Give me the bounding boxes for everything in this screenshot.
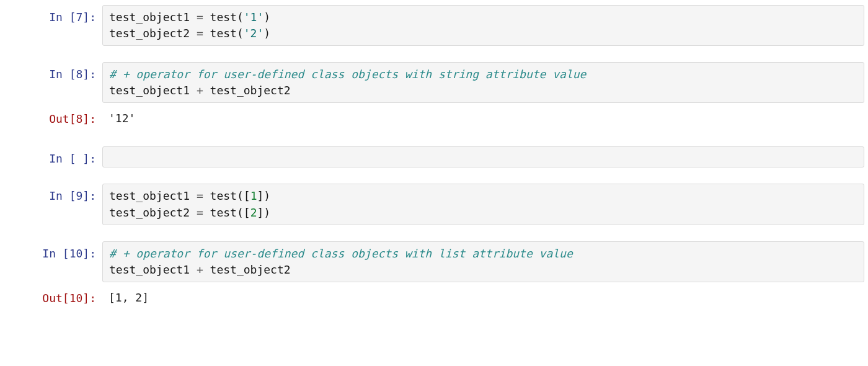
output-text: [1, 2] (102, 286, 864, 310)
code-editor[interactable] (102, 146, 864, 167)
input-prompt: In [8]: (0, 62, 102, 83)
output-row: Out[8]: '12' (0, 107, 868, 130)
output-area: [1, 2] (102, 286, 864, 310)
code-area[interactable]: test_object1 = test('1') test_object2 = … (102, 5, 864, 46)
code-area[interactable]: # + operator for user-defined class obje… (102, 62, 864, 103)
code-editor[interactable]: test_object1 = test([1]) test_object2 = … (102, 184, 864, 225)
code-area[interactable]: test_object1 = test([1]) test_object2 = … (102, 184, 864, 225)
code-area[interactable]: # + operator for user-defined class obje… (102, 241, 864, 282)
code-area[interactable] (102, 146, 864, 167)
input-prompt: In [10]: (0, 241, 102, 262)
output-prompt: Out[8]: (0, 107, 102, 127)
output-prompt: Out[10]: (0, 286, 102, 306)
code-cell: In [8]: # + operator for user-defined cl… (0, 62, 868, 103)
code-editor[interactable]: # + operator for user-defined class obje… (102, 62, 864, 103)
notebook: In [7]: test_object1 = test('1') test_ob… (0, 0, 868, 322)
code-editor[interactable]: # + operator for user-defined class obje… (102, 241, 864, 282)
code-cell: In [9]: test_object1 = test([1]) test_ob… (0, 184, 868, 225)
code-editor[interactable]: test_object1 = test('1') test_object2 = … (102, 5, 864, 46)
code-cell: In [10]: # + operator for user-defined c… (0, 241, 868, 282)
code-cell: In [7]: test_object1 = test('1') test_ob… (0, 5, 868, 46)
output-row: Out[10]: [1, 2] (0, 286, 868, 310)
output-text: '12' (102, 107, 864, 130)
input-prompt: In [ ]: (0, 146, 102, 167)
code-cell: In [ ]: (0, 146, 868, 167)
input-prompt: In [9]: (0, 184, 102, 204)
input-prompt: In [7]: (0, 5, 102, 25)
output-area: '12' (102, 107, 864, 130)
